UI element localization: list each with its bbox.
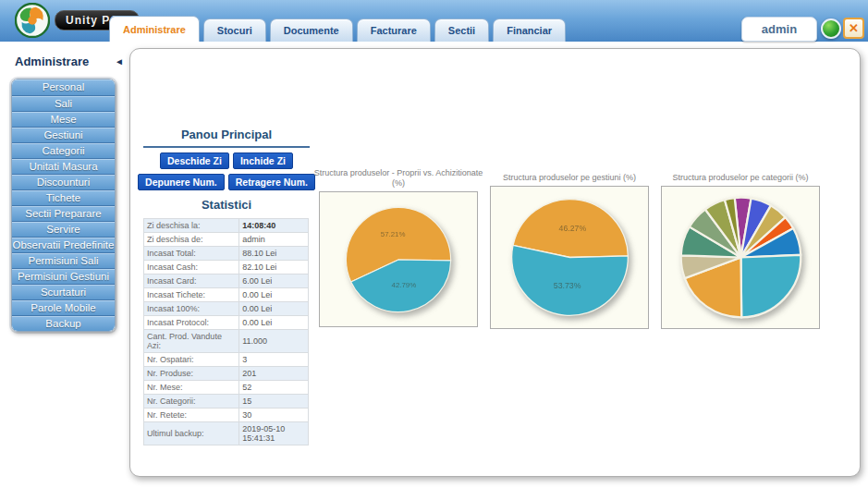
stat-label: Ultimul backup: [144, 422, 239, 445]
stats-row: Nr. Retete: 30 [144, 409, 309, 422]
stats-row: Incasat Card: 6.00 Lei [144, 274, 309, 288]
stat-label: Nr. Mese: [144, 381, 239, 395]
sidebar-item-servire[interactable]: Servire [12, 221, 115, 237]
stats-row: Nr. Produse: 201 [144, 367, 309, 381]
page-title: Panou Principal [143, 128, 310, 141]
stats-row: Ultimul backup: 2019-05-10 15:41:31 [144, 422, 309, 445]
day-buttons-row-1: Deschide Zi Inchide Zi [143, 152, 310, 169]
sidebar-item-unitati-masura[interactable]: Unitati Masura [12, 158, 115, 174]
sidebar-item-parole-mobile[interactable]: Parole Mobile [12, 299, 115, 315]
sidebar-item-sectii-preparare[interactable]: Sectii Preparare [12, 205, 115, 221]
title-underline [143, 146, 310, 148]
sidebar-title: Administrare [15, 55, 89, 68]
unity-pos-logo-icon [15, 3, 50, 38]
stat-value: 82.10 Lei [239, 261, 309, 274]
sidebar-item-personal[interactable]: Personal [12, 79, 115, 95]
tab-sectii[interactable]: Sectii [434, 18, 489, 42]
stat-label: Incasat Tichete: [144, 288, 239, 302]
tab-administrare[interactable]: Administrare [109, 16, 200, 42]
chart-plot-area: 46.27%53.73% [490, 186, 649, 329]
panel-left-column: Panou Principal Deschide Zi Inchide Zi D… [143, 128, 310, 445]
stat-value: 11.000 [239, 330, 309, 353]
stat-value: 52 [239, 381, 309, 395]
close-button[interactable]: ✕ [843, 18, 864, 39]
cash-buttons-row-2: Depunere Num. Retragere Num. [143, 174, 310, 190]
chart-plot-area: 57.21%42.79% [319, 191, 478, 327]
stats-row: Zi deschisa de: admin [144, 233, 309, 247]
tab-documente[interactable]: Documente [270, 18, 353, 42]
pie-chart [679, 195, 803, 320]
sidebar-item-observatii-predefinite[interactable]: Observatii Predefinite [12, 237, 115, 252]
deschide-zi-button[interactable]: Deschide Zi [160, 152, 229, 169]
stat-label: Zi deschisa de: [144, 233, 239, 247]
stat-label: Incasat Cash: [144, 261, 239, 274]
stat-label: Incasat Protocol: [144, 316, 239, 330]
stats-table: Zi deschisa la: 14:08:40 Zi deschisa de:… [143, 218, 309, 445]
stat-value: 15 [239, 395, 309, 409]
stat-label: Incasat 100%: [144, 302, 239, 316]
sidebar-item-sali[interactable]: Sali [12, 95, 115, 111]
pie-slice [740, 255, 801, 318]
stat-label: Incasat Total: [144, 247, 239, 261]
depunere-num-button[interactable]: Depunere Num. [138, 174, 225, 190]
stats-row: Cant. Prod. Vandute Azi: 11.000 [144, 330, 309, 353]
stat-label: Zi deschisa la: [144, 219, 239, 233]
pie-slice-label: 53.73% [553, 281, 581, 290]
sidebar-item-tichete[interactable]: Tichete [12, 189, 115, 205]
stats-row: Nr. Mese: 52 [144, 381, 309, 395]
stats-row: Incasat Cash: 82.10 Lei [144, 261, 309, 274]
pie-slice-label: 42.79% [392, 281, 417, 289]
sidebar-item-mese[interactable]: Mese [12, 111, 115, 127]
chart-plot-area [661, 186, 820, 329]
chart-gestiuni: Structura produselor pe gestiuni (%) 46.… [490, 173, 649, 329]
chart-title: Structura produselor - Proprii vs. Achiz… [310, 168, 487, 189]
stat-label: Cant. Prod. Vandute Azi: [144, 330, 239, 353]
sidebar-item-gestiuni[interactable]: Gestiuni [12, 127, 115, 142]
unity-pos-app: Unity POS AdministrareStocuriDocumenteFa… [0, 0, 868, 488]
main-tab-bar: AdministrareStocuriDocumenteFacturareSec… [109, 16, 566, 42]
stats-row: Incasat Tichete: 0.00 Lei [144, 288, 309, 302]
sidebar-collapse-icon[interactable]: ◄ [115, 56, 124, 67]
sidebar-header: Administrare ◄ [15, 55, 124, 68]
tab-financiar[interactable]: Financiar [493, 18, 566, 42]
stat-value: 201 [239, 367, 309, 381]
inchide-zi-button[interactable]: Inchide Zi [233, 152, 293, 169]
pie-chart: 57.21%42.79% [344, 205, 453, 314]
stat-value: 2019-05-10 15:41:31 [239, 422, 309, 445]
chart-title: Structura produselor pe categorii (%) [661, 173, 820, 183]
stat-value: 6.00 Lei [239, 274, 309, 288]
stat-label: Nr. Categorii: [144, 395, 239, 409]
stat-value: 0.00 Lei [239, 302, 309, 316]
tab-stocuri[interactable]: Stocuri [203, 18, 266, 42]
retragere-num-button[interactable]: Retragere Num. [228, 174, 315, 190]
chart-proprii-vs-achizitionate: Structura produselor - Proprii vs. Achiz… [310, 168, 487, 327]
close-icon: ✕ [849, 21, 859, 35]
stat-label: Nr. Produse: [144, 367, 239, 381]
pie-chart: 46.27%53.73% [509, 197, 630, 318]
stat-value: admin [239, 233, 309, 247]
stats-row: Incasat 100%: 0.00 Lei [144, 302, 309, 316]
sidebar-item-categorii[interactable]: Categorii [12, 142, 115, 158]
status-indicator-green [821, 18, 841, 39]
stat-value: 14:08:40 [239, 219, 309, 233]
stats-row: Incasat Protocol: 0.00 Lei [144, 316, 309, 330]
sidebar-item-discounturi[interactable]: Discounturi [12, 174, 115, 189]
stat-label: Nr. Retete: [144, 409, 239, 422]
sidebar-menu: PersonalSaliMeseGestiuniCategoriiUnitati… [11, 79, 116, 332]
stat-value: 30 [239, 409, 309, 422]
sidebar-item-scurtaturi[interactable]: Scurtaturi [12, 284, 115, 299]
pie-slice-label: 46.27% [558, 224, 586, 233]
stat-label: Incasat Card: [144, 274, 239, 288]
stat-value: 3 [239, 353, 309, 367]
admin-user-tab[interactable]: admin [741, 17, 817, 42]
stats-row: Nr. Ospatari: 3 [144, 353, 309, 367]
chart-categorii: Structura produselor pe categorii (%) [661, 173, 820, 329]
stat-value: 0.00 Lei [239, 288, 309, 302]
sidebar-item-permisiuni-sali[interactable]: Permisiuni Sali [12, 252, 115, 268]
sidebar-item-backup[interactable]: Backup [12, 315, 115, 331]
tab-facturare[interactable]: Facturare [357, 18, 431, 42]
sidebar-item-permisiuni-gestiuni[interactable]: Permisiuni Gestiuni [12, 268, 115, 284]
stat-value: 88.10 Lei [239, 247, 309, 261]
stats-row: Nr. Categorii: 15 [144, 395, 309, 409]
main-panel: Panou Principal Deschide Zi Inchide Zi D… [129, 48, 861, 477]
